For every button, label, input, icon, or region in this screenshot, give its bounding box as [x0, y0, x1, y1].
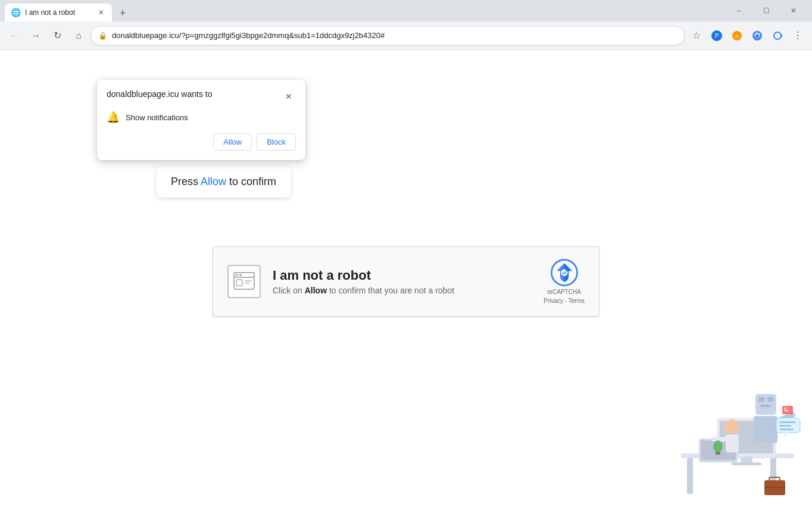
- active-tab[interactable]: 🌐 I am not a robot ✕: [5, 4, 112, 21]
- maximize-button[interactable]: ☐: [752, 1, 780, 20]
- recaptcha-box: I am not a robot Click on Allow to confi…: [213, 246, 599, 317]
- lock-icon: 🔒: [98, 32, 107, 40]
- bookmark-button[interactable]: ☆: [687, 26, 706, 45]
- svg-marker-5: [781, 34, 783, 37]
- toolbar-icons: ☆ P A: [687, 26, 807, 45]
- tab-title: I am not a robot: [25, 8, 92, 17]
- svg-rect-20: [741, 456, 752, 462]
- navigation-bar: ← → ↻ ⌂ 🔒 donaldbluepage.icu/?p=gmzggzlf…: [0, 21, 812, 50]
- recaptcha-links: Privacy - Terms: [544, 298, 585, 304]
- window-controls: – ☐ ✕: [725, 1, 807, 20]
- forward-button[interactable]: →: [26, 26, 45, 45]
- tab-close-button[interactable]: ✕: [96, 8, 106, 17]
- svg-marker-42: [782, 433, 788, 437]
- recaptcha-subtitle-prefix: Click on: [273, 286, 305, 295]
- press-allow-message: Press Allow to confirm: [157, 166, 291, 198]
- popup-title: donaldbluepage.icu wants to: [107, 89, 212, 99]
- recaptcha-checkbox[interactable]: [227, 265, 261, 298]
- illustration: [663, 334, 812, 513]
- recaptcha-right: reCAPTCHA Privacy - Terms: [544, 259, 585, 304]
- bell-icon: 🔔: [107, 111, 120, 124]
- svg-rect-27: [760, 405, 772, 407]
- privacy-link: Privacy: [544, 298, 563, 304]
- recaptcha-logo: [551, 259, 578, 286]
- tab-favicon: 🌐: [11, 8, 20, 17]
- svg-rect-31: [726, 434, 739, 452]
- popup-header: donaldbluepage.icu wants to ✕: [107, 89, 296, 104]
- svg-rect-21: [732, 462, 761, 465]
- svg-rect-10: [236, 280, 242, 286]
- svg-rect-24: [755, 394, 776, 415]
- svg-rect-16: [687, 458, 693, 494]
- terms-link: Terms: [569, 298, 585, 304]
- address-bar[interactable]: 🔒 donaldbluepage.icu/?p=gmzggzlfgi5gi3bp…: [90, 26, 685, 45]
- tab-strip: 🌐 I am not a robot ✕ +: [5, 0, 723, 21]
- svg-point-4: [752, 31, 762, 40]
- minimize-button[interactable]: –: [725, 1, 752, 20]
- press-allow-word: Allow: [201, 176, 226, 187]
- press-allow-suffix: to confirm: [226, 176, 276, 187]
- svg-rect-44: [779, 425, 791, 427]
- svg-point-37: [713, 440, 723, 452]
- profile-icon[interactable]: P: [707, 26, 726, 45]
- allow-button[interactable]: Allow: [213, 133, 252, 151]
- address-text: donaldbluepage.icu/?p=gmzggzlfgi5gi3bpge…: [112, 31, 677, 40]
- block-button[interactable]: Block: [257, 133, 296, 151]
- separator: -: [563, 298, 569, 304]
- menu-button[interactable]: ⋮: [788, 26, 807, 45]
- notification-permission-popup: donaldbluepage.icu wants to ✕ 🔔 Show not…: [97, 80, 305, 160]
- home-button[interactable]: ⌂: [69, 26, 88, 45]
- reload-button[interactable]: ↻: [48, 26, 67, 45]
- popup-actions: Allow Block: [107, 133, 296, 151]
- svg-rect-40: [764, 487, 785, 488]
- svg-text:A: A: [735, 33, 739, 39]
- svg-rect-28: [754, 416, 777, 443]
- extension-icon-2[interactable]: [748, 26, 767, 45]
- title-bar: 🌐 I am not a robot ✕ + – ☐ ✕: [0, 0, 812, 21]
- svg-rect-35: [784, 410, 789, 411]
- svg-point-30: [724, 420, 739, 434]
- extension-icon-1[interactable]: A: [727, 26, 747, 45]
- recaptcha-checkbox-icon: [233, 270, 255, 293]
- recaptcha-text-block: I am not a robot Click on Allow to confi…: [273, 268, 454, 295]
- svg-point-9: [239, 274, 242, 276]
- sync-icon[interactable]: [768, 26, 787, 45]
- svg-point-14: [561, 269, 568, 276]
- svg-rect-45: [779, 428, 794, 430]
- svg-rect-25: [758, 397, 764, 402]
- press-allow-prefix: Press: [171, 176, 201, 187]
- permission-text: Show notifications: [126, 113, 188, 122]
- svg-rect-34: [784, 408, 786, 409]
- popup-close-button[interactable]: ✕: [282, 89, 296, 104]
- recaptcha-subtitle: Click on Allow to confirm that you are n…: [273, 286, 454, 295]
- svg-point-8: [236, 274, 238, 276]
- recaptcha-title: I am not a robot: [273, 268, 454, 283]
- page-content: donaldbluepage.icu wants to ✕ 🔔 Show not…: [0, 50, 812, 513]
- recaptcha-badge-text: reCAPTCHA: [547, 289, 581, 295]
- recaptcha-left: I am not a robot Click on Allow to confi…: [227, 265, 454, 298]
- close-window-button[interactable]: ✕: [780, 1, 807, 20]
- svg-rect-43: [779, 421, 796, 423]
- back-button[interactable]: ←: [5, 26, 24, 45]
- recaptcha-subtitle-allow: Allow: [305, 286, 327, 295]
- svg-text:P: P: [715, 33, 719, 39]
- recaptcha-subtitle-suffix: to confirm that you are not a robot: [327, 286, 454, 295]
- svg-rect-26: [767, 397, 773, 402]
- popup-permission-row: 🔔 Show notifications: [107, 111, 296, 124]
- new-tab-button[interactable]: +: [114, 5, 131, 21]
